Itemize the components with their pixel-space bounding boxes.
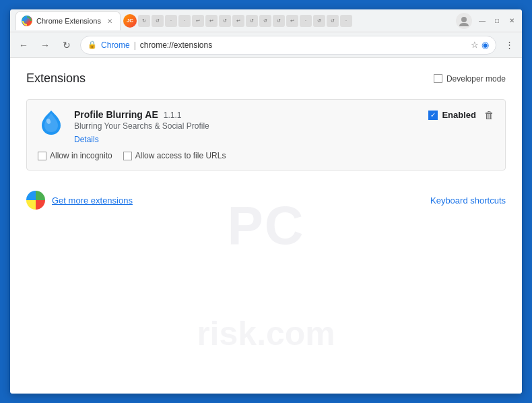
browser-window: Chrome Extensions ✕ JC ↻ ↺ · · ↩ ↩ ↺ ↩ ↺… [10, 9, 522, 394]
page-title: Extensions [26, 71, 86, 86]
get-more-row: Get more extensions [26, 191, 133, 210]
cast-icon[interactable]: ◉ [481, 40, 489, 50]
extension-icon [38, 109, 65, 136]
tab-s12[interactable]: ↩ [286, 15, 298, 27]
svg-point-1 [461, 17, 467, 22]
url-separator: | [134, 40, 136, 50]
menu-button[interactable]: ⋮ [502, 38, 517, 53]
delete-extension-button[interactable]: 🗑 [484, 109, 494, 121]
extension-details-link[interactable]: Details [74, 135, 209, 144]
tab-jc[interactable]: JC [123, 14, 137, 28]
keyboard-shortcuts-link[interactable]: Keyboard shortcuts [430, 195, 506, 206]
bottom-links: Get more extensions Keyboard shortcuts [26, 184, 506, 216]
refresh-button[interactable]: ↻ [59, 37, 75, 53]
allow-incognito-label: Allow in incognito [50, 151, 112, 160]
enabled-label: Enabled [442, 110, 476, 120]
tab-s2[interactable]: ↺ [152, 15, 164, 27]
tab-s3[interactable]: · [165, 15, 177, 27]
minimize-button[interactable]: — [477, 16, 487, 26]
extension-name: Profile Blurring AE [74, 109, 158, 120]
url-bar-icons: ☆ ◉ [471, 40, 489, 50]
tab-s9[interactable]: ↺ [246, 15, 258, 27]
extension-info-left: Profile Blurring AE 1.1.1 Blurring Your … [38, 109, 209, 144]
bookmark-icon[interactable]: ☆ [471, 40, 479, 50]
tab-s15[interactable]: ↺ [327, 15, 339, 27]
profile-avatar[interactable] [456, 13, 472, 29]
allow-incognito-option: Allow in incognito [38, 151, 112, 160]
page-header: Extensions Developer mode [26, 71, 506, 86]
get-more-extensions-link[interactable]: Get more extensions [52, 195, 133, 206]
tab-s16[interactable]: · [340, 15, 352, 27]
security-icon: 🔒 [88, 40, 97, 49]
tab-strip-area: Chrome Extensions ✕ JC ↻ ↺ · · ↩ ↩ ↺ ↩ ↺… [15, 11, 456, 30]
extension-controls-right: ✓ Enabled 🗑 [428, 109, 494, 121]
page-content: PC risk.com Extensions Developer mode [10, 58, 522, 394]
tab-s11[interactable]: ↺ [273, 15, 285, 27]
tab-s10[interactable]: ↺ [259, 15, 271, 27]
developer-mode-label: Developer mode [446, 74, 506, 84]
tab-s8[interactable]: ↩ [232, 15, 244, 27]
tab-s13[interactable]: · [300, 15, 312, 27]
tab-close-button[interactable]: ✕ [105, 16, 114, 26]
allow-file-urls-label: Allow access to file URLs [135, 151, 226, 160]
enabled-checkbox[interactable]: ✓ [428, 111, 438, 120]
developer-mode-section: Developer mode [434, 74, 506, 84]
tab-favicon [22, 16, 32, 26]
title-bar: Chrome Extensions ✕ JC ↻ ↺ · · ↩ ↩ ↺ ↩ ↺… [10, 9, 522, 32]
other-tabs: JC ↻ ↺ · · ↩ ↩ ↺ ↩ ↺ ↺ ↺ ↩ · ↺ ↺ · [123, 14, 352, 28]
address-bar: ← → ↻ 🔒 Chrome | chrome://extensions ☆ ◉… [10, 32, 522, 58]
window-controls: — □ ✕ [456, 13, 517, 29]
url-bar[interactable]: 🔒 Chrome | chrome://extensions ☆ ◉ [80, 36, 496, 55]
extension-details: Profile Blurring AE 1.1.1 Blurring Your … [74, 109, 209, 144]
extension-description: Blurring Your Searchs & Social Profile [74, 121, 209, 131]
tab-label: Chrome Extensions [36, 17, 101, 25]
back-button[interactable]: ← [15, 37, 32, 53]
extension-card-top: Profile Blurring AE 1.1.1 Blurring Your … [38, 109, 494, 144]
extension-name-row: Profile Blurring AE 1.1.1 [74, 109, 209, 120]
extension-version: 1.1.1 [164, 111, 182, 120]
tab-s5[interactable]: ↩ [192, 15, 204, 27]
developer-mode-checkbox[interactable] [434, 74, 442, 83]
allow-incognito-checkbox[interactable] [38, 152, 46, 160]
tab-s4[interactable]: · [178, 15, 191, 27]
tab-s14[interactable]: ↺ [313, 15, 325, 27]
watermark-risk: risk.com [197, 314, 335, 353]
extension-card: Profile Blurring AE 1.1.1 Blurring Your … [26, 99, 506, 170]
enabled-row: ✓ Enabled [428, 110, 476, 120]
forward-button[interactable]: → [37, 37, 53, 53]
extension-options-row: Allow in incognito Allow access to file … [38, 151, 494, 160]
active-tab[interactable]: Chrome Extensions ✕ [15, 11, 121, 30]
allow-file-urls-option: Allow access to file URLs [123, 151, 226, 160]
tab-s1[interactable]: ↻ [138, 15, 150, 27]
maximize-button[interactable]: □ [492, 16, 502, 26]
chrome-logo-icon [26, 191, 45, 210]
tab-s7[interactable]: ↺ [219, 15, 231, 27]
url-chrome-label: Chrome [101, 40, 130, 50]
tab-s6[interactable]: ↩ [205, 15, 218, 27]
allow-file-urls-checkbox[interactable] [123, 152, 132, 160]
close-button[interactable]: ✕ [507, 16, 517, 26]
url-path: chrome://extensions [140, 40, 212, 50]
